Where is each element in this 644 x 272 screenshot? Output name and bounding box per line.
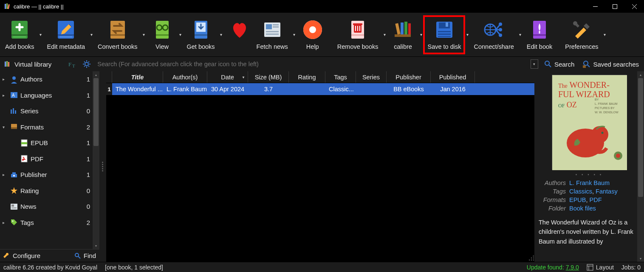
details-scrollbar[interactable]: ▴ ▾ bbox=[637, 71, 644, 262]
find-button[interactable]: Find bbox=[74, 252, 96, 259]
meta-folder-link[interactable]: Book files bbox=[569, 205, 596, 212]
tree-publisher[interactable]: ▸ Publisher 1 bbox=[0, 167, 99, 183]
minimize-button[interactable] bbox=[585, 0, 605, 13]
meta-tag-link[interactable]: Fantasy bbox=[596, 188, 618, 195]
heart-button[interactable]: . bbox=[225, 16, 254, 53]
connect-share-dropdown[interactable]: ▾ bbox=[517, 32, 524, 37]
meta-format-link[interactable]: PDF bbox=[590, 196, 602, 203]
authors-icon bbox=[9, 75, 19, 84]
col-publisher[interactable]: Publisher bbox=[387, 71, 431, 83]
svg-rect-12 bbox=[59, 36, 72, 37]
search-gear-button[interactable] bbox=[82, 59, 91, 69]
col-series[interactable]: Series bbox=[356, 71, 387, 83]
tree-series[interactable]: Series 0 bbox=[0, 103, 99, 119]
languages-icon: A bbox=[9, 90, 19, 100]
maximize-button[interactable] bbox=[605, 0, 624, 13]
book-cover[interactable]: The WONDER- FUL WIZARD OF OZ BY L. FRANK… bbox=[552, 75, 627, 170]
svg-rect-0 bbox=[5, 4, 6, 9]
sidebar-scrollbar[interactable]: ▴ ▾ bbox=[93, 71, 99, 249]
saved-searches-button[interactable]: Saved searches bbox=[580, 60, 641, 68]
close-button[interactable] bbox=[624, 0, 644, 13]
col-size[interactable]: Size (MB) bbox=[248, 71, 289, 83]
convert-books-button[interactable]: Convert books bbox=[95, 16, 140, 53]
fetch-news-button[interactable]: Fetch news bbox=[254, 16, 291, 53]
meta-tag-link[interactable]: Classics bbox=[569, 188, 592, 195]
tree-tags[interactable]: ▸ Tags 2 bbox=[0, 215, 99, 231]
tree-rating[interactable]: Rating 0 bbox=[0, 183, 99, 199]
book-row[interactable]: 1 The Wonderful ... L. Frank Baum 30 Apr… bbox=[106, 83, 534, 95]
search-input[interactable] bbox=[95, 59, 527, 69]
col-rating[interactable]: Rating bbox=[289, 71, 325, 83]
edit-book-button[interactable]: Edit book bbox=[524, 16, 555, 53]
remove-books-button[interactable]: Remove books bbox=[335, 16, 381, 53]
preferences-dropdown[interactable]: ▾ bbox=[601, 32, 608, 37]
connect-share-button[interactable]: Connect/share bbox=[471, 16, 516, 53]
svg-rect-78 bbox=[11, 109, 12, 114]
svg-line-94 bbox=[78, 256, 80, 258]
splitter-handle[interactable] bbox=[101, 158, 104, 175]
calibre-library-icon bbox=[391, 18, 415, 42]
update-notice[interactable]: Update found: 7.9.0 bbox=[527, 264, 579, 271]
collapse-icon: ▾ bbox=[3, 125, 8, 129]
svg-rect-1 bbox=[6, 3, 8, 9]
svg-text:T: T bbox=[72, 63, 75, 68]
cover-resize-handle[interactable]: • • • • • bbox=[534, 172, 644, 177]
col-published[interactable]: Published bbox=[431, 71, 475, 83]
svg-rect-79 bbox=[13, 108, 14, 114]
app-icon bbox=[4, 3, 11, 10]
add-books-dropdown[interactable]: ▾ bbox=[37, 32, 45, 37]
tree-languages[interactable]: ▸ A Languages 1 bbox=[0, 87, 99, 104]
edit-metadata-button[interactable]: Edit metadata bbox=[45, 16, 88, 53]
remove-books-dropdown[interactable]: ▾ bbox=[381, 32, 388, 37]
resize-grip-icon[interactable] bbox=[528, 255, 534, 261]
heart-icon bbox=[228, 18, 251, 42]
svg-rect-33 bbox=[353, 23, 362, 25]
preferences-button[interactable]: Preferences bbox=[562, 16, 601, 53]
get-books-button[interactable]: Get books bbox=[184, 16, 217, 53]
meta-author-link[interactable]: L. Frank Baum bbox=[569, 179, 610, 186]
search-button[interactable]: Search bbox=[542, 60, 577, 68]
status-bar: calibre 6.26 created by Kovid Goyal [one… bbox=[0, 262, 644, 272]
svg-rect-2 bbox=[8, 4, 10, 9]
get-books-dropdown[interactable]: ▾ bbox=[217, 32, 225, 37]
tree-formats[interactable]: ▾ Formats 2 bbox=[0, 119, 99, 135]
grid-body[interactable] bbox=[106, 95, 534, 262]
svg-rect-26 bbox=[273, 26, 279, 28]
tree-news[interactable]: News 0 bbox=[0, 199, 99, 215]
svg-rect-53 bbox=[533, 34, 546, 36]
virtual-library-button[interactable]: Virtual library bbox=[3, 60, 53, 68]
add-books-button[interactable]: Add books bbox=[3, 16, 37, 53]
col-tags[interactable]: Tags bbox=[325, 71, 356, 83]
preferences-icon bbox=[570, 18, 593, 42]
fetch-news-dropdown[interactable]: ▾ bbox=[291, 32, 298, 37]
view-button[interactable]: View bbox=[148, 16, 177, 53]
jobs-button[interactable]: Jobs: 0 bbox=[621, 264, 641, 271]
sort-desc-icon: ▼ bbox=[242, 75, 245, 79]
col-author[interactable]: Author(s) bbox=[163, 71, 207, 83]
layout-button[interactable]: Layout bbox=[587, 264, 614, 271]
help-icon bbox=[301, 18, 325, 42]
svg-rect-16 bbox=[156, 34, 169, 36]
svg-rect-58 bbox=[8, 62, 9, 67]
pdf-file-icon bbox=[20, 154, 29, 163]
view-dropdown[interactable]: ▾ bbox=[177, 32, 184, 37]
tree-format-pdf[interactable]: PDF 1 bbox=[0, 151, 99, 167]
calibre-library-button[interactable]: calibre bbox=[388, 16, 417, 53]
edit-metadata-dropdown[interactable]: ▾ bbox=[88, 32, 95, 37]
tree-authors[interactable]: ▸ Authors 1 bbox=[0, 71, 99, 87]
svg-rect-90 bbox=[11, 205, 14, 207]
col-title[interactable]: Title bbox=[112, 71, 163, 83]
search-history-dropdown[interactable]: ▾ bbox=[531, 59, 538, 69]
series-icon bbox=[9, 107, 19, 116]
meta-format-link[interactable]: EPUB bbox=[569, 196, 586, 203]
edit-book-icon bbox=[528, 18, 551, 42]
svg-point-50 bbox=[499, 28, 502, 31]
col-date[interactable]: Date▼ bbox=[207, 71, 248, 83]
save-to-disk-button[interactable]: Save to disk bbox=[425, 16, 463, 53]
tree-format-epub[interactable]: EPUB 1 bbox=[0, 135, 99, 151]
convert-books-dropdown[interactable]: ▾ bbox=[140, 32, 148, 37]
fulltext-button[interactable]: FT bbox=[68, 59, 79, 69]
configure-button[interactable]: Configure bbox=[3, 252, 40, 259]
help-button[interactable]: Help bbox=[298, 16, 327, 53]
view-label: View bbox=[155, 43, 169, 50]
